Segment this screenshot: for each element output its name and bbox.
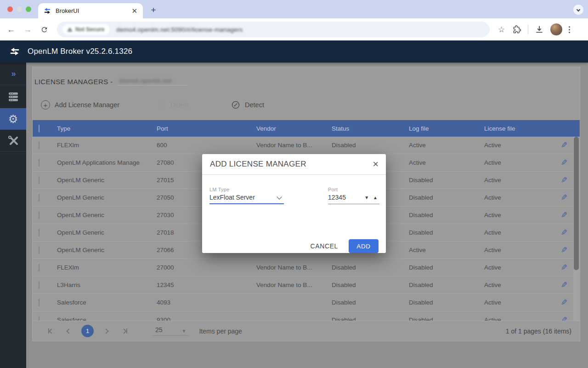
sidebar-item-tools[interactable] [0,130,26,152]
scrollbar-thumb[interactable] [574,137,579,270]
dialog-close-icon[interactable]: × [373,159,379,169]
page-size-select[interactable]: 25 ▼ [152,326,189,336]
add-button[interactable]: ADD [349,239,379,253]
forward-button[interactable]: → [21,23,34,36]
port-input[interactable]: Port 12345 ▼ ▲ [328,187,379,204]
cell-license-file: Active [484,229,561,236]
table-row[interactable]: Salesforce 4093 Disabled Disabled Active… [33,294,580,311]
cell-license-file: Active [484,282,561,288]
cell-log-file: Disabled [409,194,484,201]
profile-avatar[interactable] [550,23,562,35]
add-license-manager-button[interactable]: + Add License Manager [41,100,119,109]
app-header: OpenLM Broker v25.2.6.1326 [0,40,588,63]
current-page-button[interactable]: 1 [81,325,94,337]
column-header-log-file[interactable]: Log file [409,125,484,132]
edit-pencil-icon[interactable]: ✎ [561,298,567,307]
gear-icon: ⚙ [8,114,18,125]
row-checkbox[interactable] [39,229,40,236]
browser-tabstrip: BrokerUI ✕ + [0,0,588,18]
table-row[interactable]: FLEXlm 600 Vendor Name to B... Disabled … [33,137,580,154]
table-row[interactable]: Salesforce 9300 Disabled Disabled Active… [33,311,580,322]
next-page-button[interactable] [100,325,112,337]
table-row[interactable]: L3Harris 12345 Vendor Name to B... Disab… [33,276,580,294]
downloads-icon[interactable] [535,25,544,34]
select-all-checkbox[interactable] [39,125,40,132]
cell-type: L3Harris [57,282,157,288]
row-checkbox[interactable] [39,141,40,149]
pagination-bar: 1 25 ▼ Items per page 1 of 1 pages (16 i… [33,321,580,341]
cell-vendor: Vendor Name to B... [256,142,332,149]
cell-log-file: Disabled [409,264,484,271]
lm-type-label: LM Type [209,187,284,192]
row-checkbox[interactable] [39,194,40,201]
tab-search-button[interactable] [573,5,583,15]
table-scrollbar[interactable] [573,137,579,322]
column-header-license-file[interactable]: License file [484,125,561,132]
cell-log-file: Disabled [409,229,484,236]
browser-menu-icon[interactable] [569,26,573,33]
edit-pencil-icon[interactable]: ✎ [561,280,567,290]
page-size-value: 25 [155,326,163,334]
sidebar-item-license-managers[interactable] [0,85,26,108]
not-secure-badge[interactable]: Not Secure [62,24,110,34]
edit-pencil-icon[interactable]: ✎ [561,228,567,237]
detect-button[interactable]: Detect [231,100,264,109]
edit-pencil-icon[interactable]: ✎ [561,158,567,167]
items-per-page-label: Items per page [199,328,242,335]
select-arrow-icon: ▼ [182,328,187,334]
window-close-button[interactable] [7,6,13,12]
edit-pencil-icon[interactable]: ✎ [561,245,567,255]
cancel-button[interactable]: CANCEL [311,242,338,250]
window-minimize-button[interactable] [17,6,22,12]
app-title: OpenLM Broker v25.2.6.1326 [28,47,132,56]
edit-pencil-icon[interactable]: ✎ [561,193,567,202]
cell-type: OpenLM Generic [57,247,157,253]
new-tab-button[interactable]: + [147,4,160,17]
row-checkbox[interactable] [39,176,40,184]
address-bar[interactable]: Not Secure demo4.openlm.net:5090/#/licen… [57,22,490,37]
tab-title: BrokerUI [56,7,131,14]
reload-button[interactable] [38,23,51,36]
delete-button[interactable]: Delete [158,100,190,109]
back-button[interactable]: ← [5,23,17,36]
url-text: demo4.openlm.net:5090/#/license-managers [116,26,243,33]
cell-log-file: Active [409,247,484,253]
window-zoom-button[interactable] [26,6,31,12]
cell-type: OpenLM Generic [57,212,157,218]
row-checkbox[interactable] [39,299,40,306]
previous-page-button[interactable] [63,325,75,337]
edit-pencil-icon[interactable]: ✎ [561,175,567,185]
first-page-button[interactable] [45,325,57,337]
last-page-button[interactable] [119,325,130,337]
tab-close-icon[interactable]: ✕ [131,7,137,15]
cell-type: OpenLM Applications Manage [57,159,157,166]
sidebar-item-expand[interactable]: » [0,63,26,85]
edit-pencil-icon[interactable]: ✎ [561,140,567,150]
column-header-vendor[interactable]: Vendor [256,125,332,132]
cell-port: 27000 [157,264,256,271]
column-header-status[interactable]: Status [332,125,409,132]
row-checkbox[interactable] [39,281,40,289]
extensions-icon[interactable] [512,25,521,34]
lm-type-select[interactable]: LM Type LexFloat Server [209,187,284,204]
edit-pencil-icon[interactable]: ✎ [561,210,567,220]
spinner-up-icon[interactable]: ▲ [373,195,378,200]
edit-pencil-icon[interactable]: ✎ [561,263,567,272]
cell-license-file: Active [484,299,561,306]
bookmark-star-icon[interactable]: ☆ [498,25,505,34]
column-header-port[interactable]: Port [157,125,256,132]
row-checkbox[interactable] [39,264,40,271]
tools-icon [8,136,18,146]
row-checkbox[interactable] [39,211,40,219]
table-row[interactable]: FLEXlm 27000 Vendor Name to B... Disable… [33,259,580,276]
cell-port: 4093 [157,299,256,306]
sidebar-item-settings[interactable]: ⚙ [0,108,26,130]
column-header-type[interactable]: Type [57,125,157,132]
row-checkbox[interactable] [39,246,40,254]
chevron-down-icon [277,194,282,199]
row-checkbox[interactable] [39,159,40,167]
spinner-down-icon[interactable]: ▼ [364,195,369,200]
browser-tab[interactable]: BrokerUI ✕ [38,3,143,18]
not-secure-label: Not Secure [75,26,104,33]
cell-license-file: Active [484,212,561,218]
